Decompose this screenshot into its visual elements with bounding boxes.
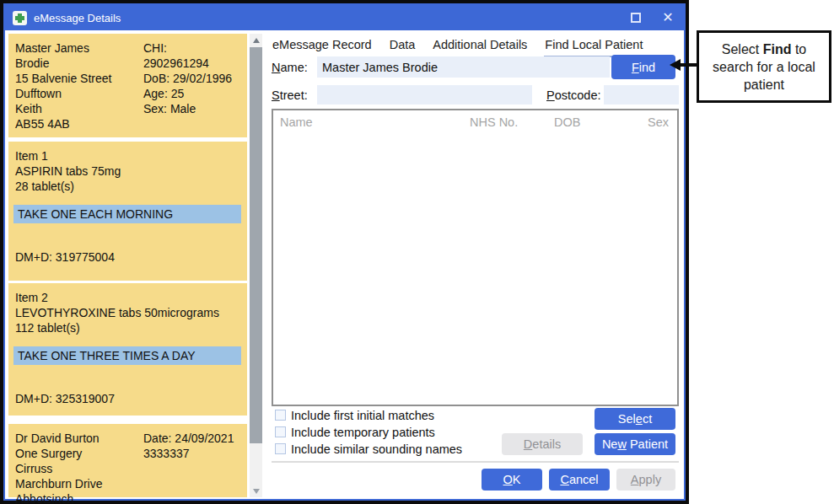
checkbox-icon[interactable] xyxy=(275,426,286,437)
scrollbar-thumb[interactable] xyxy=(250,47,262,443)
column-header-name: Name xyxy=(280,115,313,129)
checkbox-label: Include temporary patients xyxy=(291,426,435,439)
item-label: Item 2 xyxy=(15,290,242,305)
item-quantity: 28 tablet(s) xyxy=(15,179,242,194)
results-table-header: Name NHS No. DOB Sex xyxy=(273,110,677,131)
name-label: Name: xyxy=(272,61,308,74)
include-temporary-patients-checkbox-row[interactable]: Include temporary patients xyxy=(275,425,435,439)
checkbox-label: Include similar sounding names xyxy=(291,442,462,456)
item-dmd-code: DM+D: 319775004 xyxy=(15,249,242,265)
checkbox-label: Include first initial matches xyxy=(291,409,434,422)
left-panel-scrollbar[interactable] xyxy=(250,34,262,497)
prescriber-line: Abbotsinch xyxy=(15,491,242,504)
column-header-sex: Sex xyxy=(648,115,669,129)
scroll-up-arrow-icon xyxy=(253,38,260,43)
street-input[interactable] xyxy=(317,85,532,105)
patient-line: Age: 25 xyxy=(143,86,232,101)
postcode-label: Postcode: xyxy=(546,88,601,102)
scroll-down-arrow-icon xyxy=(253,489,260,494)
checkbox-icon[interactable] xyxy=(275,443,286,454)
column-header-nhs-no: NHS No. xyxy=(470,115,518,129)
item-directions-highlight: TAKE ONE EACH MORNING xyxy=(13,205,241,223)
postcode-input[interactable] xyxy=(604,85,679,105)
tab-additional-details[interactable]: Additional Details xyxy=(432,35,528,57)
callout-arrow-line xyxy=(679,63,697,67)
scroll-down-button[interactable] xyxy=(250,485,262,497)
tab-data[interactable]: Data xyxy=(389,35,417,57)
item-dmd-code: DM+D: 325319007 xyxy=(15,391,242,406)
annotation-callout: Select Find to search for a local patien… xyxy=(697,30,831,103)
footer-divider xyxy=(272,461,679,463)
details-button[interactable]: Details xyxy=(502,433,583,455)
ok-button[interactable]: OK xyxy=(482,469,542,491)
maximize-button[interactable] xyxy=(620,5,652,30)
item-1-section: Item 1 ASPIRIN tabs 75mg 28 tablet(s) TA… xyxy=(8,142,247,281)
prescriber-section: Dr David Burton One Surgery Cirruss Marc… xyxy=(8,424,247,497)
prescriber-line: Marchburn Drive xyxy=(15,476,242,491)
close-button[interactable]: ✕ xyxy=(652,5,684,30)
include-first-initial-checkbox-row[interactable]: Include first initial matches xyxy=(275,408,434,422)
item-drug-name: ASPIRIN tabs 75mg xyxy=(15,164,242,179)
tab-strip: eMessage Record Data Additional Details … xyxy=(272,35,643,57)
column-header-dob: DOB xyxy=(554,115,580,129)
callout-arrow-icon xyxy=(670,59,681,71)
close-icon: ✕ xyxy=(662,11,673,24)
item-drug-name: LEVOTHYROXINE tabs 50micrograms xyxy=(15,305,242,320)
include-similar-sounding-checkbox-row[interactable]: Include similar sounding names xyxy=(275,442,462,456)
checkbox-icon[interactable] xyxy=(275,410,286,421)
street-label: Street: xyxy=(272,88,308,102)
select-button[interactable]: Select xyxy=(595,408,675,430)
patient-line: DoB: 29/02/1996 xyxy=(143,71,232,86)
tab-emessage-record[interactable]: eMessage Record xyxy=(272,35,373,57)
prescriber-line: 3333337 xyxy=(143,446,234,461)
item-2-section: Item 2 LEVOTHYROXINE tabs 50micrograms 1… xyxy=(8,283,247,416)
patient-line: 2902961294 xyxy=(143,56,232,71)
item-quantity: 112 tablet(s) xyxy=(15,320,242,335)
cancel-button[interactable]: Cancel xyxy=(549,469,610,491)
new-patient-button[interactable]: New Patient xyxy=(595,433,675,455)
item-directions-highlight: TAKE ONE THREE TIMES A DAY xyxy=(13,346,241,365)
window-title: eMessage Details xyxy=(34,12,620,24)
name-input[interactable] xyxy=(317,56,610,78)
annotation-text: Select Find to search for a local patien… xyxy=(702,40,826,94)
maximize-icon xyxy=(631,13,641,23)
patient-line: CHI: xyxy=(143,40,232,56)
prescriber-date-block: Date: 24/09/2021 3333337 xyxy=(143,431,234,461)
scroll-up-button[interactable] xyxy=(250,34,262,46)
emessage-details-dialog: eMessage Details ✕ Master James Brodie 1… xyxy=(0,0,689,504)
item-label: Item 1 xyxy=(15,148,242,164)
patient-line: Sex: Male xyxy=(143,101,232,116)
patient-details-section: Master James Brodie 15 Balvenie Street D… xyxy=(8,34,247,137)
find-button[interactable]: Find xyxy=(611,55,675,79)
title-bar[interactable]: eMessage Details ✕ xyxy=(5,5,684,30)
app-icon xyxy=(13,11,27,25)
apply-button[interactable]: Apply xyxy=(616,469,675,491)
results-table[interactable]: Name NHS No. DOB Sex xyxy=(272,109,679,406)
patient-line: AB55 4AB xyxy=(15,116,242,131)
screenshot-root: eMessage Details ✕ Master James Brodie 1… xyxy=(0,0,834,504)
prescriber-line: Cirruss xyxy=(15,461,242,476)
patient-demographics-block: CHI: 2902961294 DoB: 29/02/1996 Age: 25 … xyxy=(143,40,232,116)
prescription-summary-panel: Master James Brodie 15 Balvenie Street D… xyxy=(8,34,247,497)
prescriber-line: Date: 24/09/2021 xyxy=(143,431,234,446)
